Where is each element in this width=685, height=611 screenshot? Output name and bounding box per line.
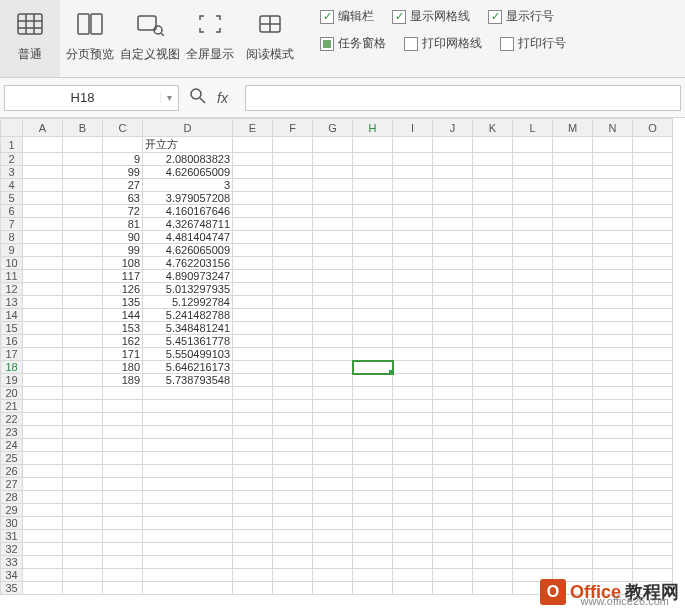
cell[interactable] bbox=[313, 387, 353, 400]
row-header[interactable]: 10 bbox=[1, 257, 23, 270]
cell[interactable] bbox=[553, 374, 593, 387]
row-header[interactable]: 24 bbox=[1, 439, 23, 452]
cell[interactable] bbox=[393, 231, 433, 244]
cell[interactable]: 189 bbox=[103, 374, 143, 387]
col-header[interactable]: J bbox=[433, 119, 473, 137]
cell[interactable] bbox=[513, 270, 553, 283]
cell[interactable] bbox=[233, 153, 273, 166]
cell[interactable] bbox=[593, 335, 633, 348]
cell[interactable]: 5.241482788 bbox=[143, 309, 233, 322]
cell[interactable] bbox=[633, 465, 673, 478]
row-header[interactable]: 31 bbox=[1, 530, 23, 543]
cell[interactable] bbox=[473, 439, 513, 452]
cell[interactable]: 5.013297935 bbox=[143, 283, 233, 296]
cell[interactable] bbox=[23, 556, 63, 569]
cell[interactable] bbox=[593, 517, 633, 530]
cell[interactable] bbox=[313, 322, 353, 335]
cell[interactable] bbox=[633, 439, 673, 452]
cell[interactable] bbox=[473, 153, 513, 166]
cell[interactable] bbox=[553, 205, 593, 218]
cell[interactable] bbox=[143, 478, 233, 491]
cell[interactable] bbox=[63, 283, 103, 296]
cell[interactable] bbox=[273, 192, 313, 205]
cell[interactable]: 81 bbox=[103, 218, 143, 231]
cell[interactable] bbox=[633, 517, 673, 530]
cell[interactable] bbox=[433, 400, 473, 413]
cell[interactable] bbox=[513, 166, 553, 179]
cell[interactable] bbox=[393, 439, 433, 452]
cell[interactable] bbox=[393, 322, 433, 335]
cell[interactable] bbox=[23, 491, 63, 504]
cell[interactable] bbox=[513, 400, 553, 413]
cell[interactable] bbox=[273, 296, 313, 309]
cell[interactable] bbox=[273, 582, 313, 595]
row-header[interactable]: 28 bbox=[1, 491, 23, 504]
cell[interactable] bbox=[393, 413, 433, 426]
row-header[interactable]: 15 bbox=[1, 322, 23, 335]
cell[interactable] bbox=[233, 257, 273, 270]
cell[interactable] bbox=[633, 270, 673, 283]
cell[interactable]: 4.326748711 bbox=[143, 218, 233, 231]
cell[interactable] bbox=[63, 530, 103, 543]
cell[interactable] bbox=[633, 137, 673, 153]
row-header[interactable]: 27 bbox=[1, 478, 23, 491]
cell[interactable] bbox=[273, 465, 313, 478]
cell[interactable] bbox=[63, 374, 103, 387]
cell[interactable] bbox=[63, 166, 103, 179]
cell[interactable] bbox=[433, 348, 473, 361]
cell[interactable] bbox=[553, 478, 593, 491]
cell[interactable] bbox=[553, 556, 593, 569]
cell[interactable] bbox=[433, 374, 473, 387]
cell[interactable]: 4.481404747 bbox=[143, 231, 233, 244]
cell[interactable]: 72 bbox=[103, 205, 143, 218]
cell[interactable] bbox=[63, 205, 103, 218]
cell[interactable] bbox=[63, 556, 103, 569]
cell[interactable] bbox=[593, 348, 633, 361]
cell[interactable] bbox=[103, 491, 143, 504]
cell[interactable] bbox=[143, 491, 233, 504]
cell[interactable] bbox=[103, 530, 143, 543]
cell[interactable] bbox=[553, 179, 593, 192]
cell[interactable] bbox=[63, 244, 103, 257]
cell[interactable] bbox=[273, 530, 313, 543]
cell[interactable] bbox=[63, 179, 103, 192]
cell[interactable] bbox=[353, 478, 393, 491]
cell[interactable] bbox=[633, 530, 673, 543]
cell[interactable] bbox=[633, 478, 673, 491]
cell[interactable] bbox=[393, 452, 433, 465]
cell[interactable] bbox=[63, 582, 103, 595]
cell[interactable] bbox=[473, 543, 513, 556]
cell[interactable] bbox=[233, 218, 273, 231]
cell[interactable] bbox=[553, 348, 593, 361]
cell[interactable] bbox=[63, 387, 103, 400]
cell[interactable] bbox=[473, 231, 513, 244]
cell[interactable] bbox=[553, 400, 593, 413]
cell[interactable] bbox=[393, 465, 433, 478]
cell[interactable] bbox=[593, 270, 633, 283]
cell[interactable] bbox=[433, 218, 473, 231]
cell[interactable] bbox=[233, 283, 273, 296]
cell[interactable] bbox=[553, 361, 593, 374]
cell[interactable] bbox=[433, 257, 473, 270]
cell[interactable] bbox=[473, 400, 513, 413]
cell[interactable] bbox=[273, 205, 313, 218]
cell[interactable] bbox=[23, 465, 63, 478]
cell[interactable] bbox=[553, 218, 593, 231]
col-header[interactable]: N bbox=[593, 119, 633, 137]
cell[interactable] bbox=[513, 244, 553, 257]
cell[interactable] bbox=[633, 153, 673, 166]
cell[interactable] bbox=[593, 478, 633, 491]
cell[interactable] bbox=[553, 166, 593, 179]
row-header[interactable]: 14 bbox=[1, 309, 23, 322]
cell[interactable] bbox=[273, 218, 313, 231]
cell[interactable]: 4.890973247 bbox=[143, 270, 233, 283]
cell[interactable] bbox=[23, 452, 63, 465]
row-header[interactable]: 13 bbox=[1, 296, 23, 309]
row-header[interactable]: 34 bbox=[1, 569, 23, 582]
view-custom-button[interactable]: 自定义视图 bbox=[120, 0, 180, 77]
cell[interactable] bbox=[553, 387, 593, 400]
view-fullscreen-button[interactable]: 全屏显示 bbox=[180, 0, 240, 77]
cell[interactable] bbox=[233, 322, 273, 335]
row-header[interactable]: 11 bbox=[1, 270, 23, 283]
cell[interactable] bbox=[233, 348, 273, 361]
